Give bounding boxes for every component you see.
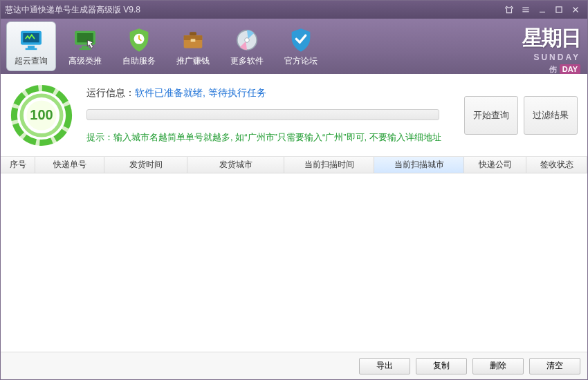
gauge-value: 100 — [10, 84, 73, 146]
tool-official-forum[interactable]: 官方论坛 — [276, 21, 326, 71]
th-index[interactable]: 序号 — [1, 157, 35, 173]
tool-more-software[interactable]: 更多软件 — [222, 21, 272, 71]
menu-button[interactable] — [518, 3, 533, 16]
tool-promote-earn[interactable]: 推广赚钱 — [168, 21, 218, 71]
monitor-cursor-icon — [71, 26, 99, 54]
filter-results-button[interactable]: 过滤结果 — [524, 96, 578, 135]
disc-icon — [233, 26, 261, 54]
start-query-button[interactable]: 开始查询 — [464, 96, 518, 135]
svg-rect-2 — [23, 33, 39, 42]
tool-label: 高级类推 — [68, 55, 102, 67]
sub-pre: 伤 — [549, 65, 557, 73]
results-table: 序号 快递单号 发货时间 发货城市 当前扫描时间 当前扫描城市 快递公司 签收状… — [1, 157, 587, 352]
tool-label: 超云查询 — [15, 55, 48, 67]
shield-check-icon — [287, 26, 315, 54]
run-msg: 软件已准备就绪, 等待执行任务 — [135, 87, 266, 98]
svg-rect-12 — [190, 32, 196, 35]
briefcase-icon — [179, 26, 207, 54]
export-button[interactable]: 导出 — [359, 358, 410, 374]
date-badge: 星期日 SUNDAY 伤DAY — [522, 24, 580, 75]
tool-advanced-infer[interactable]: 高级类推 — [60, 21, 110, 71]
main-toolbar: 超云查询 高级类推 自助服务 推广赚钱 更多软件 官方论坛 星期日 SUNDAY… — [1, 19, 587, 74]
th-ship-city[interactable]: 发货城市 — [187, 157, 284, 173]
svg-rect-6 — [77, 33, 93, 42]
th-tracking-no[interactable]: 快递单号 — [35, 157, 104, 173]
clear-button[interactable]: 清空 — [529, 358, 580, 374]
run-line: 运行信息：软件已准备就绪, 等待执行任务 — [86, 87, 457, 99]
tool-label: 更多软件 — [230, 55, 264, 67]
app-window: 慧达中通快递单号生成器高级版 V9.8 超云查询 高级类推 自助服务 推广赚钱 … — [0, 0, 588, 380]
tip-line: 提示：输入城市名越简单单号就越多, 如“广州市”只需要输入“广州”即可, 不要输… — [86, 131, 457, 144]
svg-rect-4 — [26, 48, 37, 50]
tool-label: 自助服务 — [122, 55, 156, 67]
shield-clock-icon — [125, 26, 153, 54]
skin-button[interactable] — [502, 3, 517, 16]
svg-rect-13 — [191, 39, 196, 41]
tool-self-service[interactable]: 自助服务 — [114, 21, 164, 71]
weekday-cn: 星期日 — [522, 24, 580, 53]
copy-button[interactable]: 复制 — [416, 358, 467, 374]
monitor-icon — [17, 26, 45, 54]
tool-label: 官方论坛 — [284, 55, 318, 67]
th-scan-time[interactable]: 当前扫描时间 — [284, 157, 374, 173]
svg-rect-3 — [28, 46, 35, 48]
titlebar: 慧达中通快递单号生成器高级版 V9.8 — [1, 1, 587, 19]
gauge: 100 — [10, 84, 73, 146]
info-body: 运行信息：软件已准备就绪, 等待执行任务 提示：输入城市名越简单单号就越多, 如… — [86, 87, 457, 144]
th-sign-status[interactable]: 签收状态 — [526, 157, 587, 173]
tool-cloud-query[interactable]: 超云查询 — [6, 21, 56, 71]
svg-rect-8 — [80, 48, 91, 50]
th-ship-time[interactable]: 发货时间 — [104, 157, 187, 173]
table-body — [1, 173, 587, 352]
close-button[interactable] — [568, 3, 583, 16]
svg-rect-0 — [556, 7, 562, 12]
window-title: 慧达中通快递单号生成器高级版 V9.8 — [5, 4, 500, 16]
run-label: 运行信息： — [86, 87, 135, 98]
side-buttons: 开始查询 过滤结果 — [464, 96, 578, 135]
minimize-button[interactable] — [535, 3, 550, 16]
th-scan-city[interactable]: 当前扫描城市 — [374, 157, 464, 173]
sub-day: DAY — [560, 64, 580, 74]
th-carrier[interactable]: 快递公司 — [464, 157, 526, 173]
tool-label: 推广赚钱 — [176, 55, 210, 67]
progress-bar — [86, 109, 439, 120]
svg-point-16 — [245, 37, 250, 42]
weekday-en: SUNDAY — [522, 53, 580, 62]
footer: 导出 复制 删除 清空 — [1, 352, 587, 379]
table-header: 序号 快递单号 发货时间 发货城市 当前扫描时间 当前扫描城市 快递公司 签收状… — [1, 157, 587, 173]
maximize-button[interactable] — [551, 3, 567, 16]
info-bar: 100 运行信息：软件已准备就绪, 等待执行任务 提示：输入城市名越简单单号就越… — [1, 74, 587, 157]
delete-button[interactable]: 删除 — [472, 358, 524, 374]
